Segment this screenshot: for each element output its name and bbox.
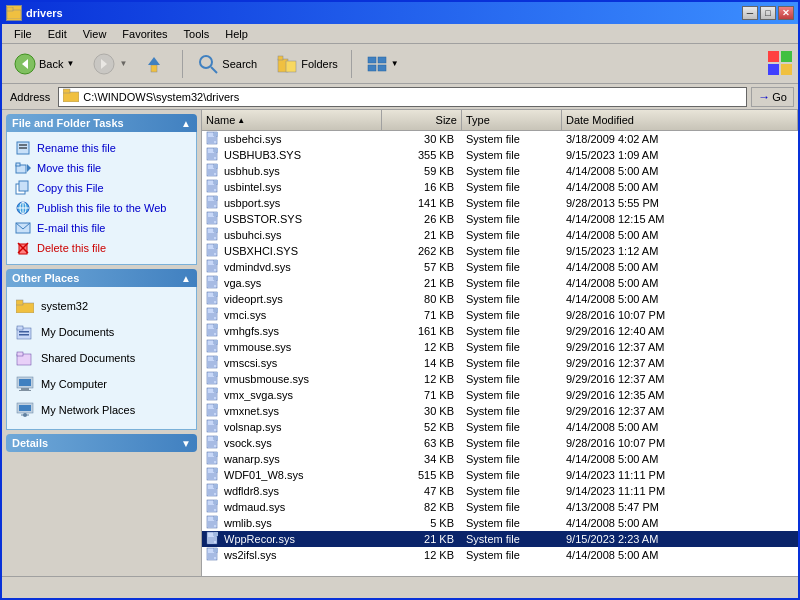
minimize-button[interactable]: ─ bbox=[742, 6, 758, 20]
back-dropdown-arrow[interactable]: ▼ bbox=[66, 59, 74, 68]
table-row[interactable]: WppRecor.sys 21 KB System file 9/15/2023… bbox=[202, 531, 798, 547]
forward-button[interactable]: ▼ bbox=[85, 48, 134, 80]
go-label: Go bbox=[772, 91, 787, 103]
table-row[interactable]: WDF01_W8.sys 515 KB System file 9/14/202… bbox=[202, 467, 798, 483]
close-button[interactable]: ✕ bbox=[778, 6, 794, 20]
table-row[interactable]: vsock.sys 63 KB System file 9/28/2016 10… bbox=[202, 435, 798, 451]
table-row[interactable]: wdfldr8.sys 47 KB System file 9/14/2023 … bbox=[202, 483, 798, 499]
table-row[interactable]: vmscsi.sys 14 KB System file 9/29/2016 1… bbox=[202, 355, 798, 371]
col-header-type[interactable]: Type bbox=[462, 110, 562, 130]
table-row[interactable]: wdmaud.sys 82 KB System file 4/13/2008 5… bbox=[202, 499, 798, 515]
maximize-button[interactable]: □ bbox=[760, 6, 776, 20]
table-row[interactable]: vmmouse.sys 12 KB System file 9/29/2016 … bbox=[202, 339, 798, 355]
address-input[interactable] bbox=[83, 91, 742, 103]
task-move[interactable]: Move this file bbox=[11, 158, 192, 178]
task-delete[interactable]: Delete this file bbox=[11, 238, 192, 258]
file-size: 34 KB bbox=[382, 453, 462, 465]
file-list-body[interactable]: usbehci.sys 30 KB System file 3/18/2009 … bbox=[202, 131, 798, 576]
col-header-date[interactable]: Date Modified bbox=[562, 110, 798, 130]
task-publish[interactable]: Publish this file to the Web bbox=[11, 198, 192, 218]
svg-rect-63 bbox=[214, 148, 218, 152]
file-icon bbox=[206, 275, 220, 291]
file-date: 4/14/2008 5:00 AM bbox=[562, 181, 798, 193]
tasks-header-label: File and Folder Tasks bbox=[12, 117, 124, 129]
details-collapse-arrow: ▼ bbox=[181, 438, 191, 449]
table-row[interactable]: wanarp.sys 34 KB System file 4/14/2008 5… bbox=[202, 451, 798, 467]
file-type: System file bbox=[462, 133, 562, 145]
table-row[interactable]: vmci.sys 71 KB System file 9/28/2016 10:… bbox=[202, 307, 798, 323]
menu-favorites[interactable]: Favorites bbox=[114, 26, 175, 42]
table-row[interactable]: ws2ifsl.sys 12 KB System file 4/14/2008 … bbox=[202, 547, 798, 563]
task-copy-label: Copy this File bbox=[37, 182, 104, 194]
file-size: 30 KB bbox=[382, 405, 462, 417]
table-row[interactable]: vdmindvd.sys 57 KB System file 4/14/2008… bbox=[202, 259, 798, 275]
menu-view[interactable]: View bbox=[75, 26, 115, 42]
file-icon bbox=[206, 419, 220, 435]
table-row[interactable]: USBHUB3.SYS 355 KB System file 9/15/2023… bbox=[202, 147, 798, 163]
file-name: WppRecor.sys bbox=[224, 533, 295, 545]
folders-label: Folders bbox=[301, 58, 338, 70]
col-header-name[interactable]: Name ▲ bbox=[202, 110, 382, 130]
up-button[interactable] bbox=[138, 48, 176, 80]
table-row[interactable]: usbintel.sys 16 KB System file 4/14/2008… bbox=[202, 179, 798, 195]
menu-edit[interactable]: Edit bbox=[40, 26, 75, 42]
view-dropdown-arrow[interactable]: ▼ bbox=[391, 59, 399, 68]
search-button[interactable]: Search bbox=[189, 48, 264, 80]
table-row[interactable]: usbhub.sys 59 KB System file 4/14/2008 5… bbox=[202, 163, 798, 179]
place-network[interactable]: My Network Places bbox=[11, 397, 192, 423]
back-label: Back bbox=[39, 58, 63, 70]
place-mydocs[interactable]: My Documents bbox=[11, 319, 192, 345]
table-row[interactable]: usbport.sys 141 KB System file 9/28/2013… bbox=[202, 195, 798, 211]
table-row[interactable]: usbehci.sys 30 KB System file 3/18/2009 … bbox=[202, 131, 798, 147]
task-email-label: E-mail this file bbox=[37, 222, 105, 234]
file-type: System file bbox=[462, 501, 562, 513]
folders-button[interactable]: Folders bbox=[268, 48, 345, 80]
svg-rect-6 bbox=[151, 65, 157, 72]
table-row[interactable]: vmhgfs.sys 161 KB System file 9/29/2016 … bbox=[202, 323, 798, 339]
menu-tools[interactable]: Tools bbox=[176, 26, 218, 42]
forward-dropdown-arrow[interactable]: ▼ bbox=[119, 59, 127, 68]
place-mycomputer[interactable]: My Computer bbox=[11, 371, 192, 397]
main-window: drivers ─ □ ✕ File Edit View Favorites T… bbox=[0, 0, 800, 600]
tasks-section-header[interactable]: File and Folder Tasks ▲ bbox=[6, 114, 197, 132]
file-icon bbox=[206, 243, 220, 259]
file-icon bbox=[206, 227, 220, 243]
place-shareddocs[interactable]: Shared Documents bbox=[11, 345, 192, 371]
details-section-header[interactable]: Details ▼ bbox=[6, 434, 197, 452]
table-row[interactable]: wmlib.sys 5 KB System file 4/14/2008 5:0… bbox=[202, 515, 798, 531]
view-button[interactable]: ▼ bbox=[358, 48, 406, 80]
place-system32[interactable]: system32 bbox=[11, 293, 192, 319]
file-type: System file bbox=[462, 549, 562, 561]
table-row[interactable]: vmusbmouse.sys 12 KB System file 9/29/20… bbox=[202, 371, 798, 387]
address-input-wrap bbox=[58, 87, 747, 107]
back-button[interactable]: Back ▼ bbox=[6, 48, 81, 80]
toolbar-divider-1 bbox=[182, 50, 183, 78]
svg-rect-14 bbox=[378, 57, 386, 63]
table-row[interactable]: volsnap.sys 52 KB System file 4/14/2008 … bbox=[202, 419, 798, 435]
table-row[interactable]: videoprt.sys 80 KB System file 4/14/2008… bbox=[202, 291, 798, 307]
table-row[interactable]: vga.sys 21 KB System file 4/14/2008 5:00… bbox=[202, 275, 798, 291]
go-button[interactable]: → Go bbox=[751, 87, 794, 107]
table-row[interactable]: vmx_svga.sys 71 KB System file 9/29/2016… bbox=[202, 387, 798, 403]
svg-rect-57 bbox=[214, 132, 218, 136]
file-type: System file bbox=[462, 149, 562, 161]
task-email[interactable]: E-mail this file bbox=[11, 218, 192, 238]
places-section-header[interactable]: Other Places ▲ bbox=[6, 269, 197, 287]
file-type: System file bbox=[462, 293, 562, 305]
table-row[interactable]: usbuhci.sys 21 KB System file 4/14/2008 … bbox=[202, 227, 798, 243]
menu-file[interactable]: File bbox=[6, 26, 40, 42]
network-icon bbox=[15, 400, 35, 420]
main-content: File and Folder Tasks ▲ Rename this file bbox=[2, 110, 798, 576]
task-rename[interactable]: Rename this file bbox=[11, 138, 192, 158]
file-icon bbox=[206, 355, 220, 371]
svg-rect-30 bbox=[19, 181, 28, 191]
table-row[interactable]: vmxnet.sys 30 KB System file 9/29/2016 1… bbox=[202, 403, 798, 419]
table-row[interactable]: USBXHCI.SYS 262 KB System file 9/15/2023… bbox=[202, 243, 798, 259]
col-header-size[interactable]: Size bbox=[382, 110, 462, 130]
file-name: volsnap.sys bbox=[224, 421, 281, 433]
file-type: System file bbox=[462, 325, 562, 337]
menu-help[interactable]: Help bbox=[217, 26, 256, 42]
file-size: 21 KB bbox=[382, 533, 462, 545]
task-copy[interactable]: Copy this File bbox=[11, 178, 192, 198]
table-row[interactable]: USBSTOR.SYS 26 KB System file 4/14/2008 … bbox=[202, 211, 798, 227]
